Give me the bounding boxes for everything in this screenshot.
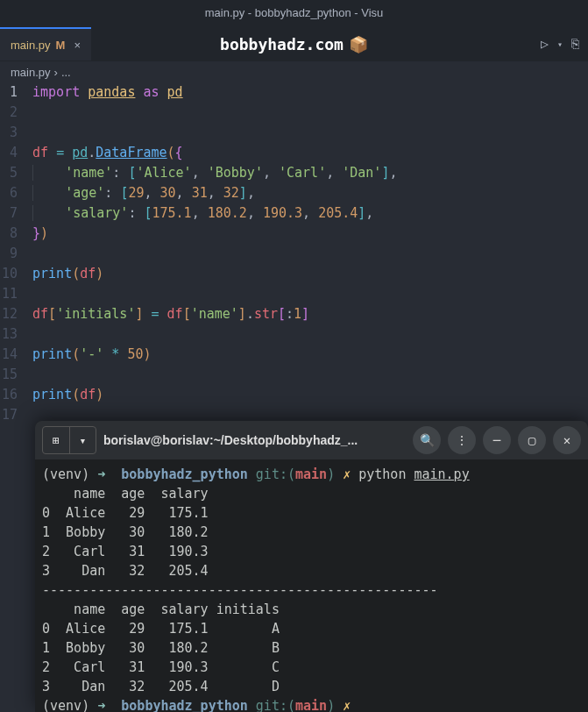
close-icon[interactable]: × — [74, 39, 81, 52]
breadcrumb-sep: › — [54, 66, 58, 79]
new-tab-button[interactable]: ⊞ — [43, 427, 69, 453]
breadcrumb[interactable]: main.py › ... — [0, 61, 588, 82]
close-window-icon[interactable]: ✕ — [553, 426, 581, 454]
search-icon[interactable]: 🔍 — [413, 426, 441, 454]
terminal-header: ⊞ ▾ borislav@borislav:~/Desktop/bobbyhad… — [35, 421, 588, 459]
site-overlay: bobbyhadz.com 📦 — [220, 35, 368, 53]
split-icon[interactable]: ⎘ — [571, 36, 579, 52]
terminal-new-tab-group: ⊞ ▾ — [42, 426, 96, 454]
terminal-title: borislav@borislav:~/Desktop/bobbyhadz_..… — [103, 433, 406, 447]
breadcrumb-file: main.py — [11, 66, 51, 79]
breadcrumb-more: ... — [61, 66, 71, 79]
window-titlebar: main.py - bobbyhadz_python - Visu — [0, 0, 588, 26]
play-icon[interactable]: ▷ — [541, 36, 549, 52]
overlay-text: bobbyhadz.com — [220, 35, 344, 53]
tab-modified-indicator: M — [56, 39, 66, 52]
terminal-window: ⊞ ▾ borislav@borislav:~/Desktop/bobbyhad… — [35, 421, 588, 712]
code-content[interactable]: import pandas as pd df = pd.DataFrame({ … — [25, 82, 588, 425]
line-gutter: 1 2 3 4 5 6 7 8 9 10 11 12 13 14 15 16 1… — [0, 82, 25, 425]
menu-icon[interactable]: ⋮ — [448, 426, 476, 454]
package-icon: 📦 — [349, 35, 368, 53]
tab-bar: main.py M × bobbyhadz.com 📦 ▷ ▾ ⎘ — [0, 26, 588, 61]
maximize-icon[interactable]: ▢ — [518, 426, 546, 454]
run-controls: ▷ ▾ ⎘ — [541, 36, 579, 52]
minimize-icon[interactable]: ─ — [483, 426, 511, 454]
tab-filename: main.py — [11, 39, 51, 52]
code-editor[interactable]: 1 2 3 4 5 6 7 8 9 10 11 12 13 14 15 16 1… — [0, 82, 588, 425]
terminal-body[interactable]: (venv) ➜ bobbyhadz_python git:(main) ✗ p… — [35, 459, 588, 712]
chevron-down-icon[interactable]: ▾ — [557, 39, 563, 49]
new-tab-dropdown[interactable]: ▾ — [69, 427, 96, 453]
tab-main-py[interactable]: main.py M × — [0, 27, 91, 61]
